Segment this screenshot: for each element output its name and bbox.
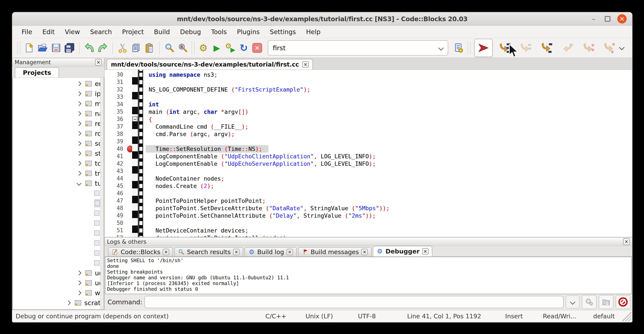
- code-line[interactable]: 38 cmd.Parse (argc, argv);: [104, 130, 632, 138]
- code-line[interactable]: 31: [104, 78, 632, 86]
- line-number[interactable]: 46: [104, 190, 126, 197]
- logs-close-button[interactable]: ×: [623, 238, 630, 245]
- chevron-right-icon[interactable]: [77, 121, 82, 126]
- code-line[interactable]: 35main (int argc, char *argv[]): [104, 108, 632, 116]
- code-text[interactable]: devices = pointToPoint.Install (nodes);: [146, 234, 290, 237]
- menu-file[interactable]: File: [16, 26, 37, 38]
- tree-item-fo[interactable]: fo: [13, 208, 104, 218]
- menu-search[interactable]: Search: [85, 26, 117, 38]
- tree-item-reall[interactable]: reall: [13, 119, 104, 128]
- line-number[interactable]: 52: [104, 234, 126, 237]
- code-text[interactable]: {: [146, 116, 152, 123]
- redo-button[interactable]: [96, 41, 110, 55]
- line-number[interactable]: 44: [104, 175, 126, 182]
- code-line[interactable]: 36{: [104, 116, 632, 123]
- tab-close-button[interactable]: ×: [287, 249, 293, 255]
- build-button[interactable]: ⚙: [197, 41, 210, 55]
- line-number[interactable]: 45: [104, 182, 126, 190]
- tree-item-mat[interactable]: mat: [13, 99, 104, 109]
- editor-tab-close-button[interactable]: ×: [302, 61, 309, 68]
- code-line[interactable]: 39: [104, 138, 632, 145]
- tree-item-udp[interactable]: udp: [13, 268, 104, 278]
- code-text[interactable]: NodeContainer nodes;: [146, 175, 224, 182]
- code-text[interactable]: int: [146, 101, 159, 108]
- stop-debugger-button[interactable]: [616, 295, 630, 309]
- code-text[interactable]: pointToPoint.SetDeviceAttribute ("DataRa…: [146, 204, 390, 212]
- line-number[interactable]: 47: [104, 197, 126, 204]
- chevron-right-icon[interactable]: [66, 300, 71, 305]
- code-text[interactable]: main (int argc, char *argv[]): [146, 108, 248, 116]
- rebuild-button[interactable]: ↻: [237, 41, 250, 55]
- toolbar-grip[interactable]: [17, 42, 20, 54]
- chevron-right-icon[interactable]: [77, 161, 82, 166]
- code-text[interactable]: CommandLine cmd (__FILE__);: [146, 123, 248, 130]
- tab-close-button[interactable]: ×: [233, 249, 240, 255]
- tab-close-button[interactable]: ×: [362, 249, 368, 255]
- tree-item-ipv6[interactable]: ipv6: [13, 89, 104, 99]
- tree-item-stat[interactable]: stat: [13, 148, 104, 158]
- tab-close-button[interactable]: ×: [163, 249, 169, 255]
- code-line[interactable]: 47 PointToPointHelper pointToPoint;: [104, 197, 632, 204]
- tab-build-messages[interactable]: Build messages×: [298, 247, 372, 256]
- code-text[interactable]: LogComponentEnable ("UdpEchoServerApplic…: [146, 160, 376, 167]
- line-number[interactable]: 38: [104, 130, 126, 138]
- step-into-button[interactable]: [538, 39, 555, 57]
- line-number[interactable]: 39: [104, 138, 126, 145]
- code-line[interactable]: 34int: [104, 101, 632, 108]
- code-text[interactable]: Time::SetResolution (Time::NS);: [146, 145, 268, 153]
- undo-button[interactable]: [82, 41, 96, 55]
- chevron-right-icon[interactable]: [77, 131, 82, 136]
- code-text[interactable]: LogComponentEnable ("UdpEchoClientApplic…: [146, 153, 376, 160]
- copy-button[interactable]: [129, 41, 143, 55]
- line-number[interactable]: 31: [104, 78, 126, 86]
- line-number[interactable]: 33: [104, 93, 126, 101]
- toolbar-grip[interactable]: [468, 42, 470, 54]
- line-number[interactable]: 41: [104, 153, 126, 160]
- chevron-right-icon[interactable]: [77, 111, 82, 116]
- build-and-run-button[interactable]: ⚙▶: [224, 41, 237, 55]
- tree-item-se[interactable]: se: [13, 228, 104, 238]
- code-line[interactable]: 43: [104, 167, 632, 175]
- abort-button[interactable]: ✕: [250, 41, 264, 55]
- management-close-button[interactable]: ×: [95, 59, 102, 66]
- code-line[interactable]: 37 CommandLine cmd (__FILE__);: [104, 123, 632, 130]
- menu-tools[interactable]: Tools: [206, 26, 232, 38]
- line-number[interactable]: 49: [104, 212, 126, 219]
- chevron-right-icon[interactable]: [77, 141, 82, 146]
- find-button[interactable]: [162, 41, 176, 55]
- debugger-log[interactable]: Setting SHELL to '/bin/sh'doneSetting br…: [105, 257, 632, 294]
- open-log-file-button[interactable]: [599, 295, 614, 309]
- tree-item-trafl[interactable]: trafl: [13, 168, 104, 178]
- build-target-combo[interactable]: [268, 40, 448, 56]
- save-button[interactable]: [49, 41, 63, 55]
- fold-margin[interactable]: [132, 70, 143, 237]
- line-number[interactable]: 42: [104, 160, 126, 167]
- code-text[interactable]: NS_LOG_COMPONENT_DEFINE ("FirstScriptExa…: [146, 86, 310, 93]
- code-line[interactable]: 40 Time::SetResolution (Time::NS);: [104, 145, 632, 153]
- tree-item-fif[interactable]: fif: [13, 188, 104, 198]
- code-text[interactable]: PointToPointHelper pointToPoint;: [146, 197, 266, 204]
- line-number[interactable]: 35: [104, 108, 126, 116]
- line-number[interactable]: 36: [104, 116, 126, 123]
- toolbar-grip[interactable]: [192, 42, 194, 54]
- tree-item-wire[interactable]: wire: [13, 288, 104, 298]
- tab-debugger[interactable]: ⚙Debugger×: [373, 246, 432, 256]
- line-number[interactable]: 43: [104, 167, 126, 175]
- menu-debug[interactable]: Debug: [175, 26, 206, 38]
- chevron-right-icon[interactable]: [77, 101, 82, 106]
- tree-item-rout[interactable]: rout: [13, 128, 104, 138]
- save-all-button[interactable]: [63, 41, 76, 55]
- code-line[interactable]: 49 pointToPoint.SetChannelAttribute ("De…: [104, 212, 632, 219]
- tree-item-six[interactable]: six: [13, 248, 104, 258]
- tree-scrollbar[interactable]: [100, 78, 104, 309]
- chevron-right-icon[interactable]: [77, 81, 82, 86]
- tab-projects[interactable]: Projects: [15, 67, 59, 78]
- menu-plugins[interactable]: Plugins: [232, 26, 265, 38]
- combo-dropdown-button[interactable]: [434, 46, 448, 50]
- menu-view[interactable]: View: [60, 26, 85, 38]
- line-number[interactable]: 34: [104, 101, 126, 108]
- fold-collapse-icon[interactable]: [132, 117, 138, 122]
- chevron-right-icon[interactable]: [77, 91, 82, 96]
- step-out-button[interactable]: [559, 39, 576, 57]
- replace-button[interactable]: R: [176, 41, 190, 55]
